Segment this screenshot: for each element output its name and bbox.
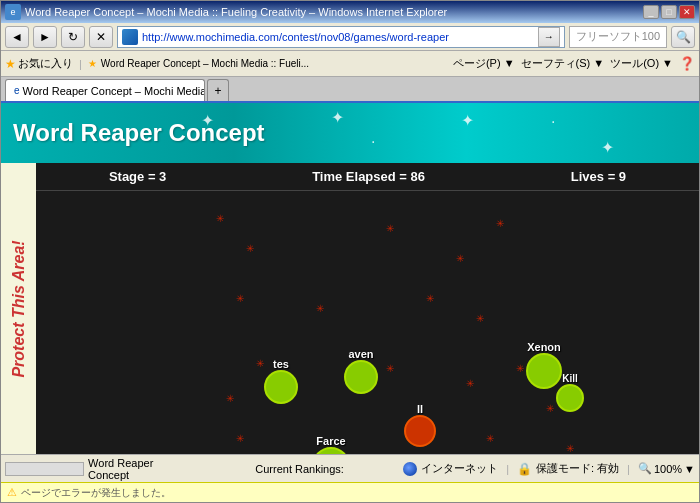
spider-6: ✳ [236, 293, 244, 304]
forward-button[interactable]: ► [33, 26, 57, 48]
help-button[interactable]: ❓ [679, 56, 695, 71]
separator: | [506, 463, 509, 475]
browser-frame: e Word Reaper Concept – Mochi Media :: F… [0, 0, 700, 503]
close-button[interactable]: ✕ [679, 5, 695, 19]
spider-23: ✳ [566, 443, 574, 454]
deco-star-4: ✦ [461, 111, 474, 130]
lives-display: Lives = 9 [571, 169, 626, 184]
tab-fav-label: Word Reaper Concept – Mochi Media :: Fue… [101, 58, 309, 69]
tools-menu[interactable]: ツール(O) ▼ [610, 56, 673, 71]
spider-15: ✳ [546, 403, 554, 414]
word-farce-circle [312, 447, 350, 454]
refresh-button[interactable]: ↻ [61, 26, 85, 48]
title-bar: e Word Reaper Concept – Mochi Media :: F… [1, 1, 699, 23]
tab-favorites[interactable]: ★ Word Reaper Concept – Mochi Media :: F… [88, 58, 309, 69]
game-status-bar: Stage = 3 Time Elapsed = 86 Lives = 9 [36, 163, 699, 191]
go-button[interactable]: → [538, 27, 560, 47]
spider-10: ✳ [256, 358, 264, 369]
stop-button[interactable]: ✕ [89, 26, 113, 48]
title-bar-label: Word Reaper Concept – Mochi Media :: Fue… [25, 6, 447, 18]
search-placeholder: フリーソフト100 [576, 29, 660, 44]
error-text: ページでエラーが発生しました。 [21, 486, 171, 500]
internet-label: インターネット [421, 461, 498, 476]
deco-star-5: · [551, 113, 555, 131]
spider-12: ✳ [386, 363, 394, 374]
title-bar-buttons: _ □ ✕ [643, 5, 695, 19]
game-canvas[interactable]: Stage = 3 Time Elapsed = 86 Lives = 9 ✳ … [36, 163, 699, 454]
new-tab-button[interactable]: + [207, 79, 229, 101]
spider-16: ✳ [236, 433, 244, 444]
tab-fav-star: ★ [88, 58, 97, 69]
spider-9: ✳ [476, 313, 484, 324]
tab-label: Word Reaper Concept – Mochi Media :: Fue… [23, 85, 205, 97]
internet-zone: インターネット [403, 461, 498, 476]
word-ii[interactable]: II [404, 403, 436, 447]
favorites-label: お気に入り [18, 56, 73, 71]
zoom-label: 100% [654, 463, 682, 475]
protected-label: 保護モード: 有効 [536, 461, 619, 476]
address-bar[interactable]: http://www.mochimedia.com/contest/nov08/… [117, 26, 565, 48]
word-tes[interactable]: tes [264, 358, 298, 404]
favorites-button[interactable]: ★ お気に入り [5, 56, 73, 71]
separator2: | [627, 463, 630, 475]
star-icon: ★ [5, 57, 16, 71]
spider-8: ✳ [426, 293, 434, 304]
word-kill[interactable]: Kill [556, 373, 584, 412]
word-aven-label: aven [348, 348, 373, 360]
address-text: http://www.mochimedia.com/contest/nov08/… [142, 31, 536, 43]
title-bar-text: e Word Reaper Concept – Mochi Media :: F… [5, 4, 447, 20]
spider-1: ✳ [216, 213, 224, 224]
word-aven[interactable]: aven [344, 348, 378, 394]
active-tab[interactable]: e Word Reaper Concept – Mochi Media :: F… [5, 79, 205, 101]
word-ii-circle [404, 415, 436, 447]
back-button[interactable]: ◄ [5, 26, 29, 48]
spider-2: ✳ [246, 243, 254, 254]
search-box[interactable]: フリーソフト100 [569, 26, 667, 48]
word-aven-circle [344, 360, 378, 394]
spider-13: ✳ [466, 378, 474, 389]
ie-icon: e [5, 4, 21, 20]
bottom-right: インターネット | 🔒 保護モード: 有効 | 🔍 100% ▼ [403, 461, 695, 476]
spider-11: ✳ [226, 393, 234, 404]
toolbar-separator: | [79, 58, 82, 70]
spider-18: ✳ [486, 433, 494, 444]
deco-star-3: · [371, 133, 375, 151]
zoom-icon: 🔍 [638, 462, 652, 475]
spider-5: ✳ [496, 218, 504, 229]
maximize-button[interactable]: □ [661, 5, 677, 19]
word-xenon-label: Xenon [527, 341, 561, 353]
page-menu[interactable]: ページ(P) ▼ [453, 56, 515, 71]
side-label-area: Protect This Area! [1, 163, 36, 454]
protected-mode: 🔒 保護モード: 有効 [517, 461, 619, 476]
globe-icon [403, 462, 417, 476]
time-display: Time Elapsed = 86 [312, 169, 425, 184]
spider-3: ✳ [386, 223, 394, 234]
bottom-center-title: Current Rankings: [255, 463, 344, 475]
spider-14: ✳ [516, 363, 524, 374]
search-button[interactable]: 🔍 [671, 26, 695, 48]
bottom-center: Current Rankings: [204, 463, 395, 475]
minimize-button[interactable]: _ [643, 5, 659, 19]
page-title: Word Reaper Concept [13, 119, 265, 147]
error-bar: ⚠ ページでエラーが発生しました。 [1, 482, 699, 502]
safety-menu[interactable]: セーフティ(S) ▼ [521, 56, 605, 71]
zoom-dropdown-icon: ▼ [684, 463, 695, 475]
toolbar-row2: ★ お気に入り | ★ Word Reaper Concept – Mochi … [1, 51, 699, 77]
tab-row: e Word Reaper Concept – Mochi Media :: F… [1, 77, 699, 103]
page-header: ✦ ✦ · ✦ · ✦ Word Reaper Concept [1, 103, 699, 163]
toolbar-row1: ◄ ► ↻ ✕ http://www.mochimedia.com/contes… [1, 23, 699, 51]
word-kill-label: Kill [562, 373, 578, 384]
word-farce-label: Farce [316, 435, 345, 447]
game-container: Protect This Area! Stage = 3 Time Elapse… [1, 163, 699, 454]
word-farce[interactable]: Farce [312, 435, 350, 454]
bottom-left: Word Reaper Concept [5, 457, 196, 481]
zoom-button[interactable]: 🔍 100% ▼ [638, 462, 695, 475]
spider-7: ✳ [316, 303, 324, 314]
lock-icon: 🔒 [517, 462, 532, 476]
tab-icon: e [14, 85, 20, 96]
bottom-bar: Word Reaper Concept Current Rankings: イン… [1, 454, 699, 482]
bottom-left-title: Word Reaper Concept [88, 457, 196, 481]
stage-display: Stage = 3 [109, 169, 166, 184]
word-ii-label: II [417, 403, 423, 415]
error-icon: ⚠ [7, 486, 17, 499]
